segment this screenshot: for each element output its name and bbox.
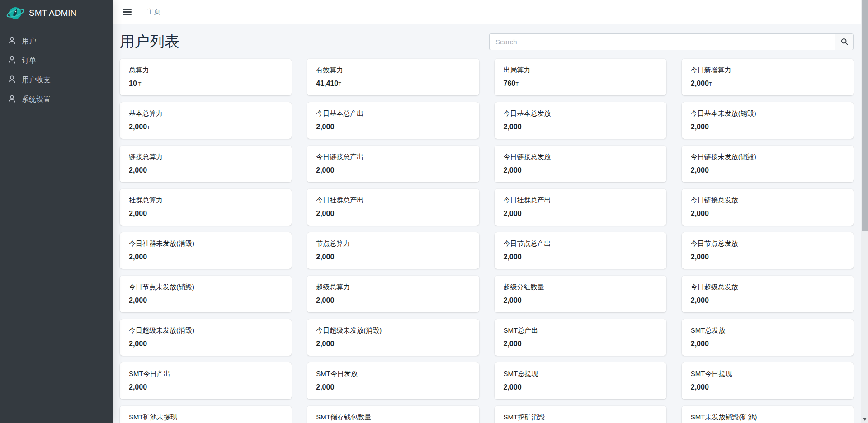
stat-card-number: 2,000: [316, 210, 334, 217]
stat-card: 节点总算力2,000: [307, 232, 479, 269]
stat-card-label: 今日链接未发放(销毁): [691, 152, 844, 161]
stat-card-value: 2,000: [316, 296, 470, 305]
stat-card-number: 2,000: [316, 253, 334, 261]
stat-card-label: 今日超级未发放(消毁): [129, 326, 283, 335]
user-icon: [8, 94, 16, 105]
stat-card: 今日新增算力2,000T: [682, 59, 854, 95]
stat-card-label: 今日社群未发放(消毁): [129, 239, 283, 248]
search-group: [489, 33, 854, 50]
stat-card-label: 今日基本总产出: [316, 109, 470, 118]
stat-card: 今日社群总产出2,000: [307, 189, 479, 226]
stat-card-number: 2,000: [504, 166, 522, 174]
stat-card-number: 2,000: [691, 296, 709, 304]
stat-card-label: 今日社群总产出: [504, 196, 657, 205]
stat-card-label: 今日链接总发放: [691, 196, 844, 205]
stat-card-label: 今日链接总产出: [316, 152, 470, 161]
stat-card: SMT挖矿消毁: [495, 406, 666, 423]
stat-card-number: 2,000: [316, 123, 334, 131]
brand-logo-icon: [6, 4, 24, 22]
stat-card: 超级分红数量2,000: [495, 276, 666, 312]
brand-link[interactable]: SMT ADMIN: [0, 0, 113, 26]
stat-card: 今日超级总发放2,000: [682, 276, 854, 312]
stat-card: 今日基本总发放2,000: [495, 102, 666, 139]
stat-card: 今日节点总发放2,000: [682, 232, 854, 269]
stat-card: 总算力10 T: [120, 59, 292, 95]
stat-card-label: 超级总算力: [316, 282, 470, 291]
stat-card-value: 2,000: [316, 383, 470, 391]
stat-card-value: 2,000: [129, 383, 283, 391]
stat-card-value: 2,000: [129, 210, 283, 218]
search-button[interactable]: [835, 33, 854, 50]
stat-card-number: 2,000: [129, 383, 147, 391]
sidebar: SMT ADMIN 用户订单用户收支系统设置: [0, 0, 113, 423]
stat-card-number: 2,000: [691, 210, 709, 217]
stat-card: 今日基本总产出2,000: [307, 102, 479, 139]
stat-card: 今日节点总产出2,000: [495, 232, 666, 269]
stat-card-value: 2,000: [691, 166, 844, 174]
stat-card: 社群总算力2,000: [120, 189, 292, 226]
stat-card: SMT总产出2,000: [495, 319, 666, 356]
stat-card: 今日超级未发放(消毁)2,000: [120, 319, 292, 356]
stat-card-label: 今日节点总发放: [691, 239, 844, 248]
breadcrumb-home-link[interactable]: 主页: [147, 8, 160, 16]
stats-grid: 总算力10 T有效算力41,410T出局算力760T今日新增算力2,000T基本…: [120, 59, 854, 423]
stat-card: SMT未发放销毁(矿池): [682, 406, 854, 423]
stat-card-label: SMT总产出: [504, 326, 657, 335]
stat-card-value: 2,000: [316, 253, 470, 261]
sidebar-item-system-settings[interactable]: 系统设置: [4, 90, 109, 109]
stat-card-value: 2,000: [691, 253, 844, 261]
user-icon: [8, 36, 16, 47]
stat-card-value: 2,000: [316, 123, 470, 131]
search-icon: [841, 38, 848, 45]
stat-card-number: 2,000: [691, 253, 709, 261]
stat-card: SMT今日提现2,000: [682, 362, 854, 399]
stat-card-label: 总算力: [129, 66, 283, 75]
sidebar-item-user-balance[interactable]: 用户收支: [4, 70, 109, 90]
stat-card-number: 2,000: [691, 383, 709, 391]
page-header: 用户列表: [120, 29, 854, 54]
stat-card-unit: T: [709, 81, 712, 87]
stat-card-number: 2,000: [316, 383, 334, 391]
sidebar-nav: 用户订单用户收支系统设置: [0, 26, 113, 115]
stat-card: 今日链接总发放2,000: [682, 189, 854, 226]
stat-card-value: 2,000T: [129, 123, 283, 131]
stat-card-value: 2,000: [129, 340, 283, 348]
stat-card-label: SMT总提现: [504, 369, 657, 378]
stat-card-number: 2,000: [129, 166, 147, 174]
stat-card: 今日超级未发放(消毁)2,000: [307, 319, 479, 356]
stat-card-label: 今日社群总产出: [316, 196, 470, 205]
stat-card-label: 基本总算力: [129, 109, 283, 118]
main-area: 主页 用户列表 总算力10 T有效算力: [113, 0, 868, 423]
stat-card-label: 今日基本未发放(销毁): [691, 109, 844, 118]
sidebar-item-users[interactable]: 用户: [4, 32, 109, 51]
sidebar-item-label: 用户收支: [22, 75, 51, 85]
menu-toggle-icon[interactable]: [123, 9, 132, 15]
stat-card-number: 2,000: [504, 383, 522, 391]
stat-card-number: 760: [504, 80, 516, 87]
stat-card-number: 2,000: [691, 123, 709, 131]
stat-card-label: 今日新增算力: [691, 66, 844, 75]
stat-card-number: 2,000: [129, 253, 147, 261]
stat-card-value: 2,000: [504, 210, 657, 218]
stat-card-value: 2,000: [504, 123, 657, 131]
search-input[interactable]: [489, 33, 835, 50]
stat-card-value: 2,000: [129, 296, 283, 305]
stat-card-number: 2,000: [129, 123, 147, 131]
scrollbar-thumb[interactable]: [862, 0, 868, 231]
page-title: 用户列表: [120, 32, 179, 52]
stat-card: 今日社群未发放(消毁)2,000: [120, 232, 292, 269]
scrollbar-track[interactable]: [861, 0, 868, 423]
stat-card-label: SMT挖矿消毁: [504, 413, 657, 422]
stat-card-label: 今日超级未发放(消毁): [316, 326, 470, 335]
stat-card: 今日链接未发放(销毁)2,000: [682, 146, 854, 182]
scrollbar-down-button[interactable]: [861, 415, 868, 423]
stat-card-number: 2,000: [504, 210, 522, 217]
sidebar-item-orders[interactable]: 订单: [4, 51, 109, 70]
stat-card-label: 出局算力: [504, 66, 657, 75]
stat-card: 超级总算力2,000: [307, 276, 479, 312]
stat-card-unit: T: [137, 81, 142, 87]
stat-card: SMT总发放2,000: [682, 319, 854, 356]
stat-card-label: 今日链接总发放: [504, 152, 657, 161]
stat-card-label: 超级分红数量: [504, 282, 657, 291]
stat-card-number: 2,000: [691, 166, 709, 174]
